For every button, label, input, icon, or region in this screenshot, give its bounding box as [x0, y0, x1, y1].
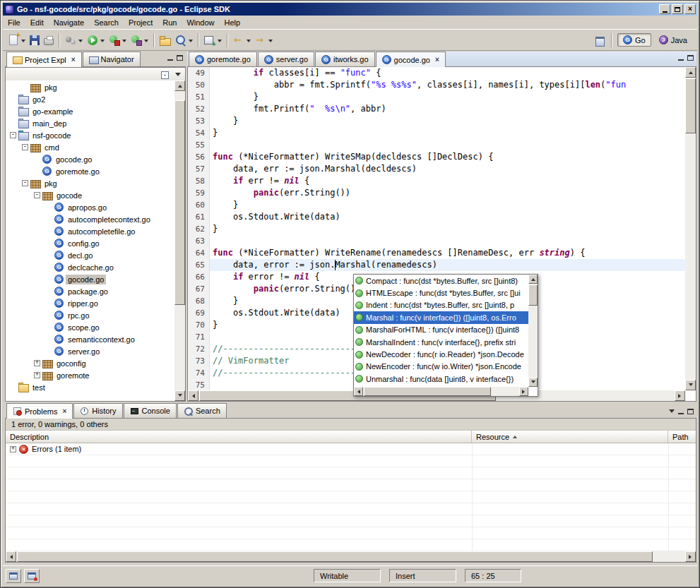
dropdown-arrow-icon[interactable] [122, 40, 126, 44]
tree-item-package-go[interactable]: package.go [6, 285, 174, 297]
tree-toggle-icon[interactable]: - [34, 192, 40, 198]
scroll-left-button[interactable] [354, 387, 363, 396]
new-element-button[interactable] [202, 32, 224, 49]
tree-item-gocode-go[interactable]: gocode.go [6, 273, 174, 285]
tree-toggle-icon[interactable]: + [34, 360, 40, 366]
line-number[interactable]: 74 [188, 367, 210, 379]
menu-project[interactable]: Project [124, 17, 158, 28]
line-number[interactable]: 64 [188, 247, 210, 259]
menu-edit[interactable]: Edit [25, 17, 49, 28]
tree-item-scope-go[interactable]: scope.go [6, 321, 174, 333]
dropdown-arrow-icon[interactable] [247, 40, 251, 44]
line-number[interactable]: 70 [188, 319, 210, 331]
tree-item-rpc-go[interactable]: rpc.go [6, 309, 174, 321]
line-number[interactable]: 63 [188, 235, 210, 247]
scroll-right-button[interactable] [685, 551, 696, 562]
menu-run[interactable]: Run [158, 17, 182, 28]
editor-tab-gocode-go[interactable]: gocode.go× [376, 52, 446, 67]
completion-item[interactable]: HTMLEscape : func(dst *bytes.Buffer, src… [354, 287, 528, 299]
close-tab-icon[interactable]: × [71, 56, 76, 64]
view-menu-icon[interactable] [175, 73, 181, 79]
popup-vertical-scrollbar[interactable] [528, 275, 538, 387]
line-number[interactable]: 75 [188, 379, 210, 390]
tree-item-main-dep[interactable]: main_dep [6, 117, 174, 129]
line-number[interactable]: 72 [188, 343, 210, 355]
line-number[interactable]: 69 [188, 307, 210, 319]
line-number[interactable]: 59 [188, 187, 210, 199]
editor-vertical-scrollbar[interactable] [685, 67, 696, 390]
scroll-left-button[interactable] [188, 390, 198, 401]
problems-horizontal-scrollbar[interactable] [6, 551, 696, 562]
problems-shortcut-button[interactable] [24, 569, 40, 583]
menu-window[interactable]: Window [182, 17, 219, 28]
maximize-view-icon[interactable] [687, 409, 694, 414]
tree-item-test[interactable]: test [6, 381, 174, 393]
scroll-up-button[interactable] [174, 80, 185, 91]
line-number[interactable]: 56 [188, 151, 210, 163]
line-number[interactable]: 71 [188, 331, 210, 343]
editor-tab-server-go[interactable]: server.go [258, 52, 314, 66]
scrollbar-thumb[interactable] [17, 551, 653, 562]
save-button[interactable] [28, 32, 42, 49]
tree-item-gocode-go[interactable]: gocode.go [6, 153, 174, 165]
editor-tab-goremote-go[interactable]: goremote.go [189, 52, 257, 66]
tree-toggle-icon[interactable]: - [22, 144, 28, 150]
dropdown-arrow-icon[interactable] [268, 40, 273, 44]
tree-item-autocompletecontext-go[interactable]: autocompletecontext.go [6, 213, 174, 225]
debug-button[interactable] [63, 32, 85, 49]
tree-toggle-icon[interactable]: - [10, 132, 16, 138]
view-tab-history[interactable]: History [73, 403, 122, 418]
perspective-go[interactable]: Go [617, 33, 651, 47]
maximize-view-icon[interactable] [687, 55, 694, 61]
dropdown-arrow-icon[interactable] [189, 40, 193, 44]
completion-item[interactable]: MarshalForHTML : func(v interface{}) ([]… [354, 324, 528, 336]
line-number[interactable]: 57 [188, 163, 210, 175]
tree-item-go-example[interactable]: go-example [6, 105, 174, 117]
scroll-up-button[interactable] [528, 275, 538, 284]
line-number[interactable]: 50 [188, 79, 210, 91]
completion-item[interactable]: NewDecoder : func(r io.Reader) *json.Dec… [354, 348, 528, 360]
tree-scrollbar[interactable] [174, 80, 185, 401]
line-number[interactable]: 73 [188, 355, 210, 367]
perspective-java[interactable]: Java [653, 33, 693, 47]
maximize-view-icon[interactable] [177, 55, 183, 61]
line-number[interactable]: 62 [188, 223, 210, 235]
line-number[interactable]: 66 [188, 271, 210, 283]
back-button[interactable] [231, 32, 253, 49]
line-number[interactable]: 65 [188, 259, 210, 271]
column-header-path[interactable]: Path [668, 431, 696, 443]
line-number[interactable]: 53 [188, 115, 210, 127]
tree-item-gocode[interactable]: -gocode [6, 189, 174, 201]
scroll-down-button[interactable] [174, 390, 185, 401]
scroll-right-button[interactable] [675, 390, 685, 401]
line-number[interactable]: 60 [188, 199, 210, 211]
tree-item-apropos-go[interactable]: apropos.go [6, 201, 174, 213]
run-button[interactable] [85, 32, 107, 49]
popup-horizontal-scrollbar[interactable] [354, 387, 528, 396]
minimize-button[interactable] [659, 4, 670, 14]
tree-toggle-icon[interactable]: + [34, 372, 40, 378]
maximize-button[interactable] [672, 4, 683, 14]
profile-button[interactable] [129, 32, 150, 49]
view-tab-console[interactable]: Console [124, 403, 177, 418]
tree-toggle-icon[interactable]: - [22, 180, 28, 186]
new-button[interactable] [6, 32, 28, 49]
completion-item[interactable]: MarshalIndent : func(v interface{}, pref… [354, 336, 528, 348]
completion-item[interactable]: Compact : func(dst *bytes.Buffer, src []… [354, 275, 528, 287]
scrollbar-thumb[interactable] [685, 78, 696, 133]
forward-button[interactable] [253, 32, 275, 49]
line-number[interactable]: 68 [188, 295, 210, 307]
minimize-view-icon[interactable] [678, 59, 684, 61]
dropdown-arrow-icon[interactable] [218, 40, 222, 44]
close-tab-icon[interactable]: × [435, 56, 439, 64]
line-number[interactable]: 51 [188, 91, 210, 103]
expand-toggle-icon[interactable]: + [10, 446, 16, 452]
run-external-button[interactable] [107, 32, 129, 49]
scroll-down-button[interactable] [685, 380, 696, 390]
fast-view-button[interactable] [6, 569, 21, 583]
tree-item-server-go[interactable]: server.go [6, 345, 174, 357]
tree-item-goconfig[interactable]: +goconfig [6, 357, 174, 369]
dropdown-arrow-icon[interactable] [144, 40, 148, 44]
menu-help[interactable]: Help [220, 17, 246, 28]
tree-item-config-go[interactable]: config.go [6, 237, 174, 249]
